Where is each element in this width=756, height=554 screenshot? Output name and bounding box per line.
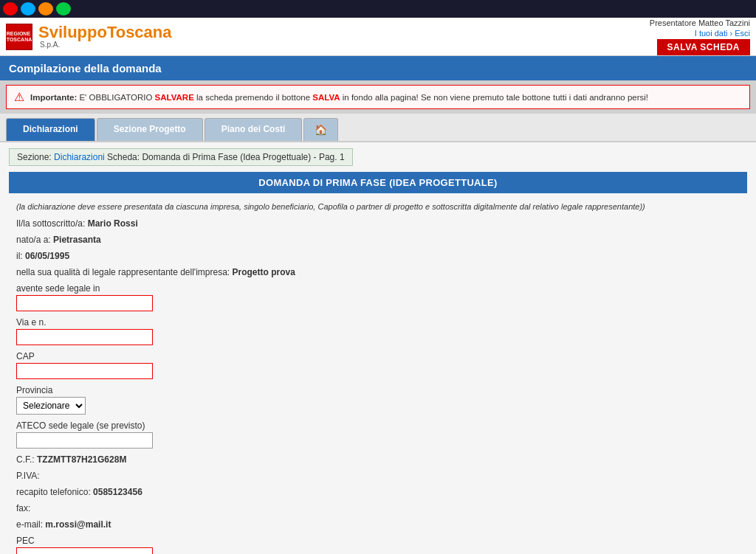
cf-label: C.F.: xyxy=(16,454,37,465)
logo-sub: S.p.A. xyxy=(40,41,172,49)
cf-value: TZZMTT87H21G628M xyxy=(37,454,126,465)
taskbar-btn-orange[interactable] xyxy=(38,2,53,15)
cf-row: C.F.: TZZMTT87H21G628M xyxy=(16,454,740,465)
provincia-select[interactable]: Selezionare AR FI GR LI LU MS PI PO PT S… xyxy=(16,397,86,415)
pec-input[interactable] xyxy=(16,547,153,554)
email-label: e-mail: xyxy=(16,519,45,530)
warning-importante: Importante: xyxy=(30,93,79,102)
taskbar xyxy=(0,0,756,18)
tel-row: recapito telefonico: 0585123456 xyxy=(16,487,740,497)
pec-group: PEC xyxy=(16,536,740,554)
logo-text-area: SviluppoToscana S.p.A. xyxy=(38,24,172,49)
cap-input[interactable] xyxy=(16,363,153,379)
nato-value: Pietrasanta xyxy=(53,235,101,245)
taskbar-btn-blue[interactable] xyxy=(21,2,35,15)
taskbar-btn-green[interactable] xyxy=(56,2,71,15)
presenter-name: Matteo Tazzini xyxy=(698,18,750,27)
sede-label: avente sede legale in xyxy=(16,283,740,294)
sottoscritto-label: Il/la sottoscritto/a: xyxy=(16,218,88,229)
tabs: Dichiarazioni Sezione Progetto Piano dei… xyxy=(0,114,756,142)
header: REGIONETOSCANA SviluppoToscana S.p.A. Pr… xyxy=(0,18,756,56)
tab-sezione-progetto[interactable]: Sezione Progetto xyxy=(97,118,203,141)
section-prefix: Sezione: xyxy=(17,152,54,162)
warning-salvare: SALVARE xyxy=(155,93,194,102)
scheda-name: Domanda di Prima Fase (Idea Progettuale)… xyxy=(142,152,344,162)
header-right: Presentatore Matteo Tazzini I tuoi dati … xyxy=(650,18,750,55)
presenter-info: Presentatore Matteo Tazzini xyxy=(650,18,750,27)
sottoscritto-row: Il/la sottoscritto/a: Mario Rossi xyxy=(16,218,740,229)
qualita-row: nella sua qualità di legale rappresentan… xyxy=(16,267,740,277)
fax-label: fax: xyxy=(16,503,30,513)
tab-piano-dei-costi[interactable]: Piano dei Costi xyxy=(205,118,303,141)
il-label: il: xyxy=(16,251,25,261)
section-middle: Scheda: xyxy=(105,152,142,162)
sede-input[interactable] xyxy=(16,295,153,311)
il-value: 06/05/1995 xyxy=(25,251,69,261)
piva-row: P.IVA: xyxy=(16,471,740,481)
section-name: Dichiarazioni xyxy=(54,152,105,162)
warning-bar: ⚠ Importante: E' OBBLIGATORIO SALVARE la… xyxy=(6,85,750,109)
warning-suffix: in fondo alla pagina! Se non viene premu… xyxy=(343,93,648,102)
provincia-group: Provincia Selezionare AR FI GR LI LU MS … xyxy=(16,385,740,415)
form-title-bar: DOMANDA DI PRIMA FASE (IDEA PROGETTUALE) xyxy=(9,172,747,193)
sede-group: avente sede legale in xyxy=(16,283,740,311)
qualita-label: nella sua qualità di legale rappresentan… xyxy=(16,267,232,277)
form-body: (la dichiarazione deve essere presentata… xyxy=(9,202,747,554)
logo-badge: REGIONETOSCANA xyxy=(6,24,32,50)
user-links: I tuoi dati › Esci xyxy=(695,29,750,38)
provincia-label: Provincia xyxy=(16,385,740,395)
region-label: REGIONETOSCANA xyxy=(7,31,32,42)
email-row: e-mail: m.rossi@mail.it xyxy=(16,519,740,530)
logout-link[interactable]: Esci xyxy=(735,29,750,38)
main-content: Sezione: Dichiarazioni Scheda: Domanda d… xyxy=(0,142,756,554)
via-group: Via e n. xyxy=(16,317,740,345)
my-data-link[interactable]: I tuoi dati xyxy=(695,29,728,38)
email-value: m.rossi@mail.it xyxy=(45,519,111,530)
pec-label: PEC xyxy=(16,536,740,546)
cap-group: CAP xyxy=(16,351,740,379)
warning-icon: ⚠ xyxy=(14,90,24,104)
taskbar-btn-red[interactable] xyxy=(3,2,18,15)
tel-value: 0585123456 xyxy=(93,487,142,497)
fax-row: fax: xyxy=(16,503,740,513)
ateco-label: ATECO sede legale (se previsto) xyxy=(16,420,740,431)
tel-label: recapito telefonico: xyxy=(16,487,93,497)
warning-salva: SALVA xyxy=(312,93,340,102)
section-label: Sezione: Dichiarazioni Scheda: Domanda d… xyxy=(9,148,353,166)
sottoscritto-value: Mario Rossi xyxy=(88,218,138,229)
nato-row: nato/a a: Pietrasanta xyxy=(16,235,740,245)
ateco-group: ATECO sede legale (se previsto) xyxy=(16,420,740,449)
tab-home[interactable]: 🏠 xyxy=(303,118,338,141)
warning-text: Importante: E' OBBLIGATORIO SALVARE la s… xyxy=(30,93,648,102)
via-label: Via e n. xyxy=(16,317,740,328)
il-row: il: 06/05/1995 xyxy=(16,251,740,261)
via-input[interactable] xyxy=(16,329,153,345)
nato-label: nato/a a: xyxy=(16,235,53,245)
ateco-input[interactable] xyxy=(16,432,153,449)
page-title-bar: Compilazione della domanda xyxy=(0,56,756,80)
logo-brand: SviluppoToscana xyxy=(38,24,172,41)
piva-label: P.IVA: xyxy=(16,471,40,481)
logo-sviluppo: Sviluppo xyxy=(38,23,107,41)
qualita-value: Progetto prova xyxy=(232,267,295,277)
warning-middle: la scheda premendo il bottone xyxy=(196,93,312,102)
logo-toscana: Toscana xyxy=(107,23,172,41)
form-description: (la dichiarazione deve essere presentata… xyxy=(16,202,740,211)
cap-label: CAP xyxy=(16,351,740,361)
warning-prefix: E' OBBLIGATORIO xyxy=(79,93,154,102)
presenter-label: Presentatore xyxy=(650,18,696,27)
salva-scheda-button[interactable]: SALVA SCHEDA xyxy=(657,39,750,55)
tab-dichiarazioni[interactable]: Dichiarazioni xyxy=(6,118,95,141)
logo-area: REGIONETOSCANA SviluppoToscana S.p.A. xyxy=(6,24,172,50)
